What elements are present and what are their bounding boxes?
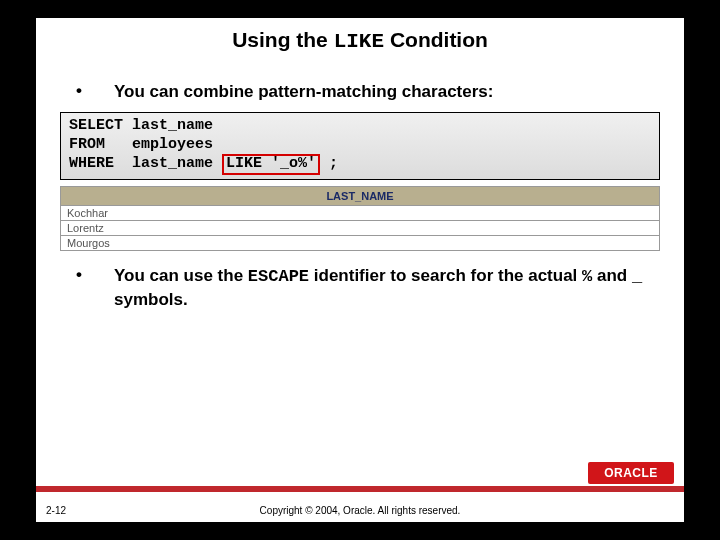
bullet-marker: • xyxy=(76,265,114,285)
oracle-logo: ORACLE xyxy=(588,462,674,484)
results-row: Kochhar xyxy=(61,206,659,221)
bullet-1-text: You can combine pattern-matching charact… xyxy=(114,81,660,104)
code-line-2: FROM employees xyxy=(69,136,213,153)
code-line-3a: WHERE last_name xyxy=(69,155,222,172)
title-keyword: LIKE xyxy=(334,30,384,53)
code-line-1: SELECT last_name xyxy=(69,117,213,134)
title-post: Condition xyxy=(384,28,488,51)
code-highlight: LIKE '_o%' xyxy=(222,154,320,175)
footer: 2-12 Copyright © 2004, Oracle. All right… xyxy=(36,505,684,516)
results-row: Mourgos xyxy=(61,236,659,251)
slide: Using the LIKE Condition • You can combi… xyxy=(36,18,684,522)
title-pre: Using the xyxy=(232,28,334,51)
results-row: Lorentz xyxy=(61,221,659,236)
query-results-table: LAST_NAME Kochhar Lorentz Mourgos xyxy=(60,186,660,251)
bullet-1: • You can combine pattern-matching chara… xyxy=(36,81,684,112)
slide-title: Using the LIKE Condition xyxy=(36,28,684,53)
footer-divider xyxy=(36,486,684,492)
results-header-cell: LAST_NAME xyxy=(61,189,659,203)
copyright-text: Copyright © 2004, Oracle. All rights res… xyxy=(36,505,684,516)
code-line-3b: ; xyxy=(320,155,338,172)
results-header: LAST_NAME xyxy=(61,187,659,206)
bullet-2-text: You can use the ESCAPE identifier to sea… xyxy=(114,265,660,312)
sql-code-block: SELECT last_name FROM employees WHERE la… xyxy=(60,112,660,180)
slide-number: 2-12 xyxy=(46,505,66,516)
bullet-marker: • xyxy=(76,81,114,101)
bullet-2: • You can use the ESCAPE identifier to s… xyxy=(36,265,684,320)
